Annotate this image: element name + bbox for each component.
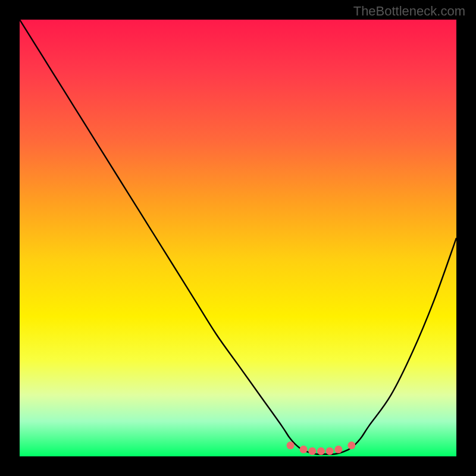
marker-dot [300,446,308,453]
marker-dot [347,441,355,449]
marker-dot [308,447,316,455]
bottleneck-curve-path [20,20,456,455]
chart-plot-area [20,20,456,456]
chart-svg [20,20,456,456]
marker-dot [317,447,325,455]
marker-dot [326,447,334,455]
marker-dot [334,446,342,453]
watermark-text: TheBottleneck.com [353,4,465,19]
marker-dot [287,441,295,449]
optimal-range-markers [287,441,356,455]
